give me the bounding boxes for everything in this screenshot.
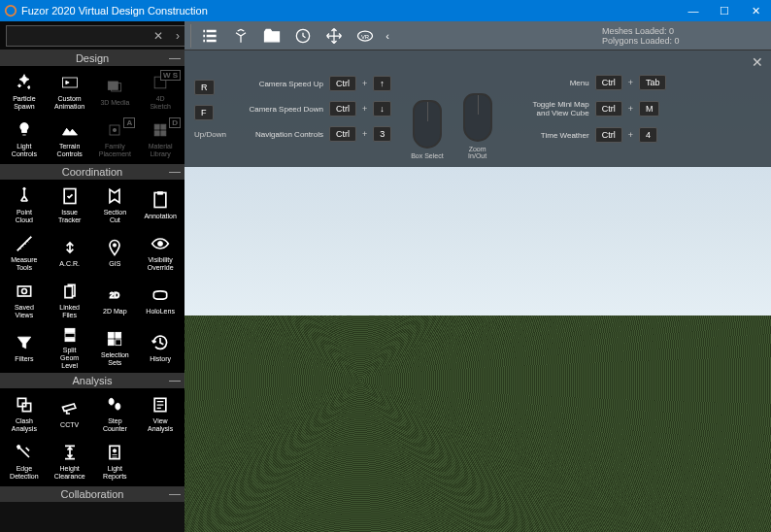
filters-button[interactable]: Filters	[2, 324, 47, 371]
hololens-button[interactable]: HoloLens	[138, 277, 183, 323]
design-panel-header[interactable]: Design—	[0, 50, 184, 66]
key-badge: A	[123, 117, 135, 128]
acr-button[interactable]: A.C.R.	[48, 229, 92, 276]
svg-point-18	[114, 244, 117, 247]
main-toolbar: VR ‹	[184, 21, 596, 50]
svg-point-0	[6, 6, 17, 17]
cctv-button[interactable]: CCTV	[48, 390, 92, 437]
3d-media-button: 3D Media	[93, 68, 138, 115]
key-f: F	[194, 105, 214, 120]
close-help-icon[interactable]: ✕	[752, 54, 763, 70]
collapse-icon[interactable]: —	[169, 487, 181, 501]
clash-analysis-button[interactable]: ClashAnalysis	[2, 390, 47, 437]
3d-viewport[interactable]: ✕ R F Up/Down Camera Speed UpCtrl+↑ Came…	[184, 50, 771, 532]
analysis-panel-header[interactable]: Analysis—	[0, 373, 184, 388]
clear-search-icon[interactable]: ✕	[149, 26, 168, 46]
saved-views-icon	[14, 281, 35, 302]
svg-rect-24	[65, 334, 75, 338]
particle-spawn-button[interactable]: ParticleSpawn	[2, 68, 47, 115]
2d-map-button[interactable]: 2D2D Map	[93, 277, 138, 323]
hololens-icon	[150, 284, 171, 306]
step-counter-button[interactable]: StepCounter	[93, 390, 138, 437]
gis-icon	[104, 237, 125, 258]
terrain-controls-button[interactable]: TerrainControls	[48, 116, 92, 162]
saved-views-button[interactable]: SavedViews	[2, 277, 47, 323]
collapse-icon[interactable]: —	[169, 51, 181, 65]
selection-sets-button[interactable]: SelectionSets	[93, 324, 138, 371]
point-cloud-button[interactable]: PointCloud	[2, 182, 47, 228]
split-geom-level-button[interactable]: SplitGeomLevel	[48, 324, 92, 371]
collapse-icon[interactable]: —	[169, 374, 181, 387]
vr-icon[interactable]: VR	[351, 23, 380, 49]
collaboration-panel-header[interactable]: Collaboration—	[0, 486, 184, 502]
collapse-toolbar-icon[interactable]: ‹	[382, 23, 393, 49]
annotation-icon	[150, 189, 171, 211]
height-clearance-icon	[59, 442, 81, 463]
svg-point-35	[114, 449, 117, 452]
updown-label: Up/Down	[194, 130, 226, 139]
stats-panel: Meshes Loaded: 0 Polygons Loaded: 0	[596, 21, 771, 50]
history-icon	[150, 332, 171, 353]
annotation-button[interactable]: Annotation	[138, 182, 183, 228]
sidebar[interactable]: Design— ParticleSpawnCustomAnimation3D M…	[0, 50, 184, 532]
measure-tools-button[interactable]: MeasureTools	[2, 229, 47, 276]
step-counter-icon	[104, 394, 125, 416]
light-reports-button[interactable]: LightReports	[93, 438, 138, 484]
svg-rect-16	[154, 193, 166, 208]
material-library-icon	[150, 119, 171, 141]
svg-point-33	[17, 446, 19, 449]
edge-detection-button[interactable]: EdgeDetection	[2, 438, 47, 484]
height-clearance-button[interactable]: HeightClearance	[48, 438, 92, 484]
svg-rect-12	[154, 131, 159, 136]
filters-icon	[14, 332, 35, 353]
measure-tools-icon	[14, 233, 35, 254]
help-overlay: ✕ R F Up/Down Camera Speed UpCtrl+↑ Came…	[184, 50, 771, 167]
custom-animation-button[interactable]: CustomAnimation	[48, 68, 92, 115]
mouse-left-icon	[413, 100, 442, 149]
visibility-override-icon	[150, 233, 171, 254]
history-button[interactable]: History	[138, 324, 183, 371]
move-arrows-icon[interactable]	[319, 23, 349, 49]
section-cut-button[interactable]: SectionCut	[93, 182, 138, 228]
svg-rect-26	[109, 333, 115, 339]
linked-files-icon	[59, 281, 81, 302]
selection-sets-icon	[104, 328, 125, 349]
svg-point-21	[21, 289, 26, 294]
view-analysis-button[interactable]: ViewAnalysis	[138, 390, 183, 437]
list-view-icon[interactable]	[195, 23, 224, 49]
svg-rect-23	[65, 329, 75, 333]
key-badge: W S	[160, 70, 181, 81]
light-controls-button[interactable]: LightControls	[2, 116, 47, 162]
app-logo-icon	[4, 4, 17, 17]
linked-files-button[interactable]: LinkedFiles	[48, 277, 92, 323]
family-placement-button: FamilyPlacementA	[93, 116, 138, 162]
section-cut-icon	[104, 185, 125, 207]
view-analysis-icon	[150, 394, 171, 416]
svg-rect-13	[161, 131, 166, 136]
clash-analysis-icon	[14, 394, 35, 416]
svg-point-14	[23, 188, 26, 191]
4d-sketch-button: 4DSketchW S	[138, 68, 183, 115]
coordination-panel-header[interactable]: Coordination—	[0, 164, 184, 180]
key-badge: D	[169, 117, 181, 128]
minimize-button[interactable]: —	[678, 0, 709, 21]
svg-text:VR: VR	[361, 33, 369, 39]
search-input[interactable]	[7, 30, 149, 42]
titlebar: Fuzor 2020 Virtual Design Construction —…	[0, 0, 771, 21]
open-folder-icon[interactable]	[257, 23, 286, 49]
acr-icon	[59, 237, 81, 258]
search-box[interactable]: ✕ ›	[6, 25, 188, 47]
clock-icon[interactable]	[288, 23, 318, 49]
svg-rect-11	[161, 124, 166, 129]
close-button[interactable]: ✕	[740, 0, 771, 21]
issue-tracker-icon	[59, 185, 81, 207]
visibility-override-button[interactable]: VisibilityOverride	[138, 229, 183, 276]
svg-rect-17	[158, 192, 163, 195]
issue-tracker-button[interactable]: IssueTracker	[48, 182, 92, 228]
collapse-icon[interactable]: —	[169, 165, 181, 179]
axes-icon[interactable]	[226, 23, 255, 49]
svg-rect-20	[17, 286, 30, 296]
maximize-button[interactable]: ☐	[709, 0, 740, 21]
gis-button[interactable]: GIS	[93, 229, 138, 276]
custom-animation-icon	[59, 72, 81, 93]
